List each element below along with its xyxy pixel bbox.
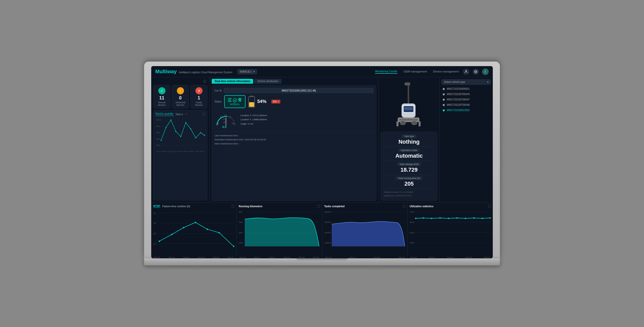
vehicle-item-0[interactable]: MW2720230406001 [442,87,491,91]
status-cards: ✓ 11 Normal devices ! 0 Abnormal devices… [153,85,207,109]
vehicle-item-1[interactable]: MW2720230706044 [442,92,491,96]
laptop-base [144,258,500,265]
company-badge[interactable]: 协微机器人 ▾ [237,69,257,74]
total-runtime-label: Total running time (H) [395,176,422,180]
status-card-faulty: ✕ 1 Faulty devices [190,85,207,109]
svg-text:15: 15 [153,232,156,235]
select-vehicle-dropdown[interactable]: Select vehicle type ▾ [442,79,491,85]
maintenance-info: Last maintenance time: - Estimated maint… [214,133,374,146]
vehicle-item-3[interactable]: MW2720230706048 [442,103,491,107]
utilization-area: 70% 60% 40% 30% [410,209,491,257]
nav-om[interactable]: O&M management [404,70,427,73]
svg-point-70 [195,222,196,223]
utilization-x-labels: 2022-09 2023-01 2023-03 2023-05 2023-07 [410,257,491,258]
mtbf-chart-title: MTBF Failure-free runtime (h) ⛶ [153,205,234,208]
vehicle-item-4[interactable]: MW2720230812002 [442,108,491,112]
svg-point-22 [185,122,186,123]
svg-point-25 [200,132,201,133]
tasks-svg: 40000 30000 20000 10000 [324,209,405,257]
globe-icon[interactable] [472,68,479,75]
electric-chart-card: Electric quantity Start a ··· ⛶ 100% 80% [153,110,207,200]
abnormal-icon: ! [177,87,184,94]
svg-text:21: 21 [153,212,156,214]
right-stats-panel: Task type Nothing Operation mode Automat… [378,77,439,202]
nav-icons: A [463,68,489,75]
nav-device[interactable]: Device management [433,70,459,73]
stat-divider4 [384,189,435,189]
electric-tab[interactable]: Electric quantity [156,112,174,116]
running-km-expand-icon[interactable]: ⛶ [317,205,320,208]
svg-text:10000: 10000 [324,242,331,244]
svg-text:30000: 30000 [324,221,331,224]
vehicle-item-2[interactable]: MW2720230706047 [442,97,491,102]
user-avatar[interactable]: A [482,68,489,75]
battery-area: 54% [248,96,266,108]
tasks-expand-icon[interactable]: ⛶ [403,205,405,208]
utilization-title: Utilization statistics ⛶ [410,205,491,208]
vehicle-dot-2 [443,99,445,101]
chart-header: Electric quantity Start a ··· ⛶ [156,112,205,116]
laptop-bezel: Multiway Intelligent Logistics Cloud Man… [144,62,500,258]
faulty-label: Faulty devices [192,101,206,106]
total-runtime-block: Total running time (H) 205 [384,176,435,187]
svg-text:20%: 20% [156,144,160,146]
chart-more-icon[interactable]: ··· [185,112,188,116]
mtbf-tab[interactable]: MTBF [153,205,160,208]
logo-area: Multiway Intelligent Logistics Cloud Man… [155,69,232,75]
utilization-expand-icon[interactable]: ⛶ [488,205,491,208]
start-tab[interactable]: Start a [176,113,183,116]
normal-icon: ✓ [158,87,165,94]
vehicle-dot-0 [443,88,445,90]
normal-cn: 正 [228,98,232,103]
svg-text:100%: 100% [156,119,161,121]
vehicle-dot-4 [443,109,445,111]
person-icon[interactable] [463,68,469,75]
mtbf-expand-icon[interactable]: ⛶ [232,205,234,208]
svg-point-19 [171,120,172,121]
svg-text:100: 100 [239,242,243,244]
logo-subtitle: Intelligent Logistics Cloud Management S… [179,71,232,74]
nav-monitoring[interactable]: Monitoring Center [375,70,397,74]
running-km-title: Running kilometers ⛶ [239,205,320,208]
svg-point-104 [465,218,466,219]
svg-point-105 [473,217,474,219]
stat-divider3 [384,175,435,175]
svg-text:80%: 80% [156,125,160,127]
vehicle-label-1: MW2720230706044 [447,93,470,96]
car-id-value: MW2720230812002 [X1-M] [224,88,374,93]
tasks-title: Tasks completed ⛶ [324,205,405,208]
tab-distribution[interactable]: Vehicle distribution [254,79,281,84]
status-row: Status 正 常 NORMAL [214,95,374,108]
svg-rect-48 [405,82,410,85]
svg-point-72 [219,232,220,233]
running-km-svg: 400 300 200 100 [239,209,320,257]
alert-badge: 暂定 × [271,100,280,103]
svg-point-67 [159,241,160,242]
battery-icon-svg [248,96,255,108]
divider [214,131,374,131]
svg-text:2.4: 2.4 [228,116,231,117]
task-type-value: Nothing [384,139,435,145]
expand-icon[interactable]: ⛶ [202,113,205,116]
svg-point-56 [411,121,417,125]
laptop-screen: Multiway Intelligent Logistics Cloud Man… [151,66,493,258]
speedometer-svg: -3.6 -2.4 1.2 2.4 3.6 -1.2 [214,110,237,129]
svg-rect-54 [399,119,418,121]
tab-realtime[interactable]: Real-time vehicle information [212,79,253,84]
failure-free-tab[interactable]: Failure-free runtime (h) [162,205,190,208]
svg-point-21 [180,136,181,137]
main-body: ✓ 11 Normal devices ! 0 Abnormal devices… [151,77,493,202]
running-km-x-labels: 2022-09 2022-11 2023-01 2023-03 2023-05 … [239,257,320,258]
company-chevron: ▾ [253,70,255,73]
logo-name: Multiway [155,69,177,75]
svg-text:3.6: 3.6 [232,123,234,124]
electric-chart-svg: 100% 80% 60% 40% 20% [156,117,205,151]
svg-text:-1.2: -1.2 [222,118,225,120]
svg-point-69 [183,227,184,228]
status-card-normal: ✓ 11 Normal devices [153,85,170,109]
svg-point-27 [233,99,237,102]
electric-chart-area: 100% 80% 60% 40% 20% [156,117,205,151]
center-panel: Real-time vehicle information Vehicle di… [210,77,378,202]
screen-content: Multiway Intelligent Logistics Cloud Man… [151,66,493,258]
info-icon[interactable] [203,80,206,83]
